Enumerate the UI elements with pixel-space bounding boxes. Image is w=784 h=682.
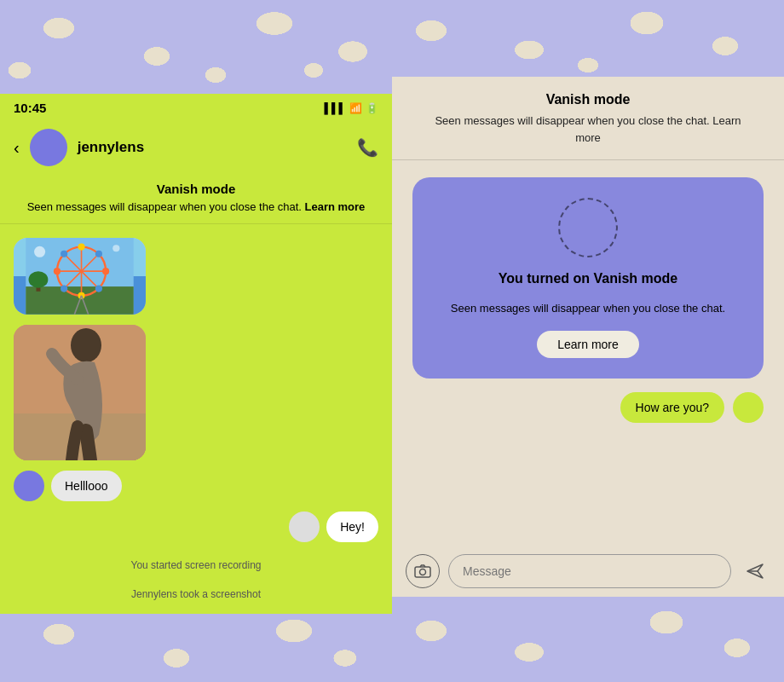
top-pattern-right <box>392 0 784 77</box>
person-photo <box>14 325 146 460</box>
right-messages: How are you? <box>412 392 764 423</box>
vanish-mode-card: You turned on Vanish mode Seen messages … <box>412 177 764 379</box>
svg-point-25 <box>420 569 426 575</box>
how-are-you-bubble: How are you? <box>620 392 724 423</box>
hey-bubble: Hey! <box>326 512 378 542</box>
vanish-info-top: Vanish mode Seen messages will disappear… <box>392 77 784 160</box>
ferris-wheel-message <box>14 238 146 315</box>
svg-point-20 <box>29 271 49 288</box>
status-icons: ▌▌▌ 📶 🔋 <box>324 102 378 114</box>
person-photo-message <box>14 325 146 460</box>
svg-point-18 <box>112 245 119 251</box>
vanish-mode-banner: Vanish mode Seen messages will disappear… <box>0 173 392 224</box>
hey-text: Hey! <box>340 520 365 534</box>
hey-message-row: Hey! <box>14 512 378 542</box>
learn-more-button[interactable]: Learn more <box>537 331 639 358</box>
chat-messages: Helllooo Hey! You started screen recordi… <box>0 224 392 614</box>
helllooo-bubble: Helllooo <box>51 471 122 501</box>
right-sender-dot <box>733 392 764 423</box>
right-panel: Vanish mode Seen messages will disappear… <box>392 0 784 682</box>
right-chat-area: You turned on Vanish mode Seen messages … <box>392 160 784 546</box>
svg-point-9 <box>54 268 61 275</box>
vanish-description: Seen messages will disappear when you cl… <box>20 199 372 215</box>
wifi-icon: 📶 <box>349 102 362 114</box>
status-bar: 10:45 ▌▌▌ 📶 🔋 <box>0 94 392 122</box>
vanish-title: Vanish mode <box>20 182 372 196</box>
top-pattern-left <box>0 0 392 94</box>
vanish-learn-more-link[interactable]: Learn more <box>305 200 366 213</box>
vanish-card-desc: Seen messages will disappear when you cl… <box>451 300 725 317</box>
battery-icon: 🔋 <box>366 102 378 114</box>
vanish-card-title: You turned on Vanish mode <box>499 271 677 286</box>
svg-point-14 <box>95 286 102 292</box>
left-chat-screen: 10:45 ▌▌▌ 📶 🔋 ‹ jennylens 📞 Vanish mode … <box>0 94 392 614</box>
input-bar <box>392 546 784 597</box>
svg-point-23 <box>71 328 101 362</box>
phone-icon[interactable]: 📞 <box>357 137 378 158</box>
vanish-desc-text: Seen messages will disappear when you cl… <box>27 200 305 213</box>
how-are-you-row: How are you? <box>412 392 764 423</box>
sender-avatar-small <box>14 471 44 501</box>
message-input[interactable] <box>448 554 731 588</box>
ferris-wheel-image <box>14 238 146 315</box>
right-chat-screen: Vanish mode Seen messages will disappear… <box>392 77 784 597</box>
vanish-info-desc: Seen messages will disappear when you cl… <box>426 113 750 146</box>
vanish-info-title: Vanish mode <box>426 92 750 107</box>
signal-icon: ▌▌▌ <box>324 102 346 114</box>
status-time: 10:45 <box>14 101 46 115</box>
svg-point-17 <box>34 246 45 257</box>
screen-recording-notification: You started screen recording <box>14 559 378 571</box>
screenshot-notification: Jennylens took a screenshot <box>14 588 378 600</box>
helllooo-text: Helllooo <box>65 479 108 493</box>
self-avatar-small <box>289 512 320 542</box>
bottom-pattern-right <box>392 597 784 682</box>
svg-point-11 <box>61 251 67 257</box>
back-button[interactable]: ‹ <box>14 138 20 158</box>
chat-header: ‹ jennylens 📞 <box>0 122 392 173</box>
avatar <box>30 129 67 166</box>
svg-point-7 <box>78 244 84 251</box>
svg-point-10 <box>102 268 109 275</box>
svg-point-12 <box>95 251 102 257</box>
camera-button[interactable] <box>406 554 440 588</box>
send-button[interactable] <box>740 556 770 587</box>
svg-point-13 <box>61 286 67 292</box>
bottom-pattern-left <box>0 614 392 682</box>
chat-username: jennylens <box>78 139 347 156</box>
left-panel: 10:45 ▌▌▌ 📶 🔋 ‹ jennylens 📞 Vanish mode … <box>0 0 392 682</box>
vanish-mode-icon <box>558 198 618 257</box>
helllooo-message-row: Helllooo <box>14 471 378 501</box>
